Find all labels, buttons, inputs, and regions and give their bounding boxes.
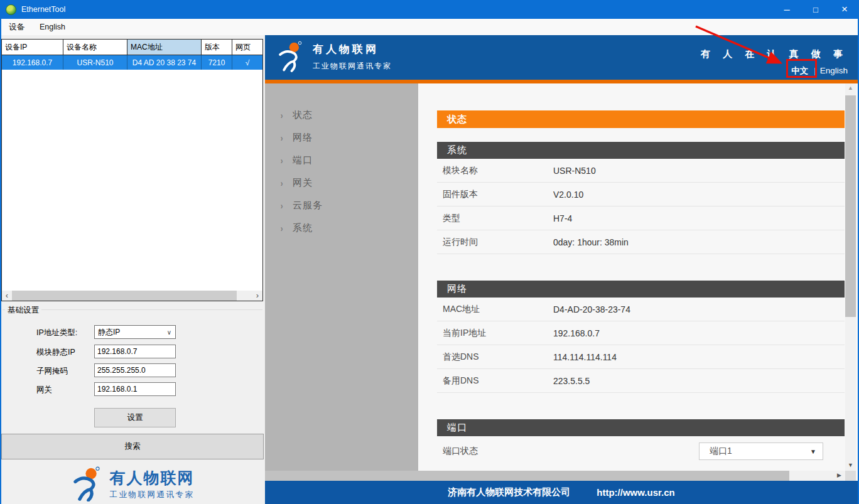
row-label: MAC地址 bbox=[437, 304, 553, 315]
close-button[interactable]: × bbox=[830, 0, 859, 19]
scroll-right-icon[interactable]: ▶ bbox=[837, 472, 841, 478]
chevron-right-icon: › bbox=[281, 178, 283, 188]
row-value: 192.168.0.7 bbox=[553, 328, 600, 338]
minimize-button[interactable]: ─ bbox=[772, 0, 801, 19]
scroll-left-icon[interactable]: ‹ bbox=[2, 291, 12, 300]
column-header-web[interactable]: 网页 bbox=[232, 40, 262, 55]
device-version: 7210 bbox=[202, 55, 232, 70]
web-header: 有人物联网 工业物联网通讯专家 有 人 在 认 真 做 事 中文|English bbox=[265, 35, 858, 80]
subnet-mask-field[interactable] bbox=[94, 363, 176, 377]
info-row: 固件版本 V2.0.10 bbox=[437, 183, 845, 206]
nav-item[interactable]: › 状态 bbox=[265, 104, 418, 126]
row-label: 首选DNS bbox=[437, 351, 553, 363]
nav-item[interactable]: › 网关 bbox=[265, 171, 418, 194]
row-value: 114.114.114.114 bbox=[553, 352, 617, 362]
hscroll-thumb[interactable] bbox=[12, 291, 237, 301]
scroll-right-icon[interactable]: › bbox=[252, 291, 262, 300]
device-list-hscrollbar[interactable]: ‹ › bbox=[2, 291, 262, 301]
chevron-right-icon: › bbox=[281, 223, 283, 233]
menu-item-device[interactable]: 设备 bbox=[3, 19, 31, 35]
usr-logo-icon bbox=[276, 41, 305, 72]
static-ip-label: 模块静态IP bbox=[36, 347, 75, 358]
chevron-down-icon: ∨ bbox=[167, 329, 175, 336]
section-rows: 端口状态 端口1 ▼ bbox=[437, 436, 845, 466]
app-icon bbox=[6, 4, 16, 15]
left-logo-slogan: 工业物联网通讯专家 bbox=[110, 490, 195, 500]
web-hscrollbar[interactable]: ▶ bbox=[265, 471, 845, 481]
info-row: 类型 H7-4 bbox=[437, 206, 845, 230]
chevron-right-icon: › bbox=[281, 110, 283, 121]
column-header-mac[interactable]: MAC地址 bbox=[127, 40, 202, 55]
scroll-corner bbox=[845, 471, 856, 481]
web-tagline: 有 人 在 认 真 做 事 bbox=[701, 48, 848, 60]
port-select[interactable]: 端口1 ▼ bbox=[699, 442, 823, 460]
footer-company: 济南有人物联网技术有限公司 bbox=[448, 486, 570, 498]
search-button[interactable]: 搜索 bbox=[1, 434, 264, 459]
info-row: 运行时间 0day: 1hour: 38min bbox=[437, 230, 845, 254]
ip-type-label: IP地址类型: bbox=[36, 328, 77, 338]
basic-settings-title: 基础设置 bbox=[5, 305, 41, 316]
section-title: 网络 bbox=[437, 281, 845, 298]
column-header-version[interactable]: 版本 bbox=[202, 40, 232, 55]
row-label: 备用DNS bbox=[437, 375, 553, 387]
lang-english-link[interactable]: English bbox=[816, 66, 848, 75]
nav-item-label: 网关 bbox=[293, 177, 313, 189]
window-title: EthernetTool bbox=[21, 5, 65, 14]
web-footer: 济南有人物联网技术有限公司 http://www.usr.cn bbox=[265, 481, 858, 504]
footer-url[interactable]: http://www.usr.cn bbox=[597, 487, 674, 498]
web-view: 有人物联网 工业物联网通讯专家 有 人 在 认 真 做 事 中文|English… bbox=[265, 35, 858, 504]
chevron-right-icon: › bbox=[281, 200, 283, 211]
scroll-down-icon[interactable]: ▼ bbox=[845, 462, 856, 468]
usr-logo-icon bbox=[71, 466, 104, 501]
section-title: 系统 bbox=[437, 142, 845, 159]
chevron-right-icon: › bbox=[281, 155, 283, 166]
row-value: 0day: 1hour: 38min bbox=[553, 237, 629, 247]
web-logo: 有人物联网 工业物联网通讯专家 bbox=[276, 41, 392, 72]
groupbox-line bbox=[3, 309, 262, 310]
column-header-ip[interactable]: 设备IP bbox=[2, 40, 63, 55]
nav-item[interactable]: › 系统 bbox=[265, 217, 418, 239]
device-name: USR-N510 bbox=[63, 55, 127, 70]
scroll-up-icon[interactable]: ▲ bbox=[845, 85, 856, 91]
device-web-link[interactable]: √ bbox=[232, 55, 262, 70]
lang-chinese-link[interactable]: 中文 bbox=[791, 66, 814, 75]
ip-type-select[interactable]: 静态IP ∨ bbox=[94, 325, 176, 339]
row-label: 当前IP地址 bbox=[437, 328, 553, 339]
row-label: 类型 bbox=[437, 213, 553, 224]
nav-item[interactable]: › 端口 bbox=[265, 149, 418, 171]
menu-bar: 设备 English bbox=[0, 19, 859, 35]
left-panel: 设备IP 设备名称 MAC地址 版本 网页 192.168.0.7 USR-N5… bbox=[1, 35, 265, 504]
maximize-button[interactable]: □ bbox=[801, 0, 830, 19]
ip-type-value: 静态IP bbox=[98, 327, 120, 338]
gateway-field[interactable] bbox=[94, 382, 176, 396]
row-label: 运行时间 bbox=[437, 237, 553, 248]
nav-item-label: 网络 bbox=[293, 132, 313, 144]
hscroll-thumb[interactable] bbox=[265, 471, 789, 481]
language-switch: 中文|English bbox=[701, 65, 848, 77]
row-label: 固件版本 bbox=[437, 189, 553, 200]
device-list-header: 设备IP 设备名称 MAC地址 版本 网页 bbox=[2, 40, 262, 55]
nav-item[interactable]: › 云服务 bbox=[265, 194, 418, 217]
section-title: 端口 bbox=[437, 419, 845, 436]
info-row: 首选DNS 114.114.114.114 bbox=[437, 345, 845, 369]
menu-item-language[interactable]: English bbox=[33, 20, 72, 34]
section-rows: 模块名称 USR-N510 固件版本 V2.0.10 类型 H7-4 运行时间 … bbox=[437, 159, 845, 254]
web-content: 状态 系统 模块名称 USR-N510 固件版本 V2.0.10 类型 H7-4… bbox=[418, 83, 858, 471]
chevron-right-icon: › bbox=[281, 132, 283, 143]
section-rows: MAC地址 D4-AD-20-38-23-74 当前IP地址 192.168.0… bbox=[437, 298, 845, 393]
content-section: 网络 MAC地址 D4-AD-20-38-23-74 当前IP地址 192.16… bbox=[437, 281, 845, 393]
set-button[interactable]: 设置 bbox=[94, 408, 176, 427]
device-ip: 192.168.0.7 bbox=[2, 55, 63, 70]
nav-item[interactable]: › 网络 bbox=[265, 126, 418, 149]
static-ip-field[interactable] bbox=[94, 345, 176, 358]
usr-logo: 有人物联网 工业物联网通讯专家 bbox=[1, 463, 264, 504]
web-vscrollbar[interactable]: ▲ ▼ bbox=[845, 83, 856, 471]
title-bar: EthernetTool ─ □ × bbox=[0, 0, 859, 19]
content-section: 系统 模块名称 USR-N510 固件版本 V2.0.10 类型 H7-4 运行… bbox=[437, 142, 845, 254]
page-title: 状态 bbox=[437, 110, 845, 128]
column-header-name[interactable]: 设备名称 bbox=[63, 40, 127, 55]
nav-item-label: 系统 bbox=[293, 222, 313, 234]
device-row[interactable]: 192.168.0.7 USR-N510 D4 AD 20 38 23 74 7… bbox=[2, 55, 262, 70]
vscroll-thumb[interactable] bbox=[845, 95, 856, 317]
info-row: 备用DNS 223.5.5.5 bbox=[437, 369, 845, 393]
